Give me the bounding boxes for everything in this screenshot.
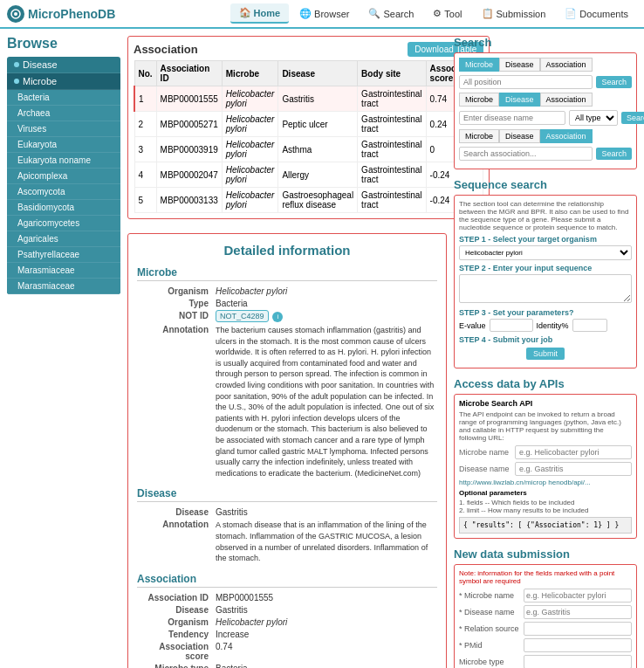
assoc-search-input[interactable] <box>459 147 593 161</box>
cell-microbe: Helicobacter pylori <box>222 162 278 188</box>
submission-title: New data submission <box>454 547 637 561</box>
sub-field-input[interactable] <box>524 622 632 636</box>
detailed-info-title: Detailed information <box>137 243 437 258</box>
search-tabs: Microbe Disease Association <box>459 58 632 72</box>
logo-icon <box>7 5 24 23</box>
table-row[interactable]: 3 MBP00003919 Helicobacter pylori Asthma… <box>134 137 483 162</box>
browse-item-microbe[interactable]: Microbe <box>7 73 120 90</box>
identity-input[interactable]: 90 <box>572 319 607 332</box>
microbe-dot <box>14 79 19 84</box>
submission-section: New data submission Note: information fo… <box>454 547 637 668</box>
assoc-tab-assoc[interactable]: Association <box>540 129 593 143</box>
browse-item-bacteria[interactable]: Bacteria <box>7 90 120 106</box>
browse-item-viruses[interactable]: Viruses <box>7 121 120 137</box>
nav-browser[interactable]: 🌐 Browser <box>291 3 358 24</box>
center-column: Association Download Table No. Associati… <box>127 36 447 668</box>
cell-no: 1 <box>134 86 156 112</box>
assoc-tab-microbe[interactable]: Microbe <box>459 129 499 143</box>
search-title: Search <box>454 36 637 49</box>
browse-item-eukaryota-noname[interactable]: Eukaryota noname <box>7 153 120 169</box>
seq-step2: STEP 2 - Enter your input sequence <box>459 264 632 305</box>
cell-assoc-id: MBP00003133 <box>156 188 222 213</box>
header: MicroPhenoDB 🏠 Home 🌐 Browser 🔍 Search ⚙… <box>0 0 644 29</box>
browse-item-apicomplexa[interactable]: Apicomplexa <box>7 169 120 184</box>
sub-field-input[interactable] <box>524 655 632 668</box>
info-icon[interactable]: i <box>272 312 283 322</box>
assoc-tab-disease[interactable]: Disease <box>499 129 540 143</box>
browse-item-agaricomycetes[interactable]: Agaricomycetes <box>7 216 120 231</box>
submission-field: * Disease name <box>459 605 632 619</box>
annotation-value: The bacterium causes stomach inflammatio… <box>216 325 437 479</box>
evalue-input[interactable]: 0.001 <box>490 319 533 332</box>
api-subtitle: Microbe Search API <box>459 399 632 408</box>
assoc-id-label: Association ID <box>137 593 216 603</box>
nav-tool[interactable]: ⚙ Tool <box>424 3 470 24</box>
disease-section: Disease Disease Gastritis Annotation A s… <box>137 487 437 563</box>
disease-tab-assoc[interactable]: Association <box>540 93 593 107</box>
search-button-2[interactable]: Search <box>621 112 644 124</box>
api-box: Microbe Search API The API endpoint can … <box>454 394 637 539</box>
nav-search[interactable]: 🔍 Search <box>360 3 422 24</box>
search-tab-assoc[interactable]: Association <box>540 58 593 72</box>
disease-tab-disease[interactable]: Disease <box>499 93 540 107</box>
browse-item-archaea[interactable]: Archaea <box>7 106 120 121</box>
seq-input[interactable] <box>459 274 632 303</box>
api-param1: 1. fields -- Which fields to be included <box>459 499 632 506</box>
api-param2: 2. limit -- How many results to be inclu… <box>459 506 632 514</box>
disease-tab-microbe[interactable]: Microbe <box>459 93 499 107</box>
browse-item-psathyrellaceae[interactable]: Psathyrellaceae <box>7 247 120 263</box>
cell-microbe: Helicobacter pylori <box>222 137 278 162</box>
notid-badge[interactable]: NOT_C4289 <box>216 310 269 322</box>
assoc-score-label: Association score <box>137 642 216 661</box>
search-microbe-input[interactable] <box>459 75 593 89</box>
disease-annot-value: A stomach disease that is an inflammatio… <box>216 520 437 563</box>
table-row[interactable]: 2 MBP00005271 Helicobacter pylori Peptic… <box>134 112 483 137</box>
nav-submission[interactable]: 📋 Submission <box>473 3 555 24</box>
svg-point-1 <box>14 12 17 16</box>
search-tab-microbe[interactable]: Microbe <box>459 58 499 72</box>
browse-list: Disease Microbe Bacteria Archaea Viruses… <box>7 57 120 294</box>
association-box: Association Download Table No. Associati… <box>127 36 490 219</box>
api-microbe-input[interactable] <box>515 445 632 459</box>
search-button-3[interactable]: Search <box>596 148 632 160</box>
seq-submit-button[interactable]: Submit <box>526 348 565 360</box>
nav-documents[interactable]: 📄 Documents <box>556 3 637 24</box>
microbe-type-value: Bacteria <box>216 664 437 668</box>
search-row-3: Search <box>459 147 632 161</box>
browse-item-agaricales[interactable]: Agaricales <box>7 231 120 247</box>
col-disease: Disease <box>278 61 358 86</box>
cell-no: 5 <box>134 188 156 213</box>
sub-field-label: * Relation source <box>459 624 520 633</box>
disease-name-input[interactable] <box>459 111 565 125</box>
type-select[interactable]: All type <box>569 110 618 126</box>
table-row[interactable]: 1 MBP00001555 Helicobacter pylori Gastri… <box>134 86 483 112</box>
cell-disease: Gastroesophageal reflux disease <box>278 188 358 213</box>
browse-column: Browse Disease Microbe Bacteria Archaea … <box>7 36 120 668</box>
cell-body-site: Gastrointestinal tract <box>358 112 426 137</box>
table-row[interactable]: 5 MBP00003133 Helicobacter pylori Gastro… <box>134 188 483 213</box>
seq-organism-select[interactable]: Helicobacter pylori All organisms <box>459 245 632 260</box>
seq-step4: STEP 4 - Submit your job Submit <box>459 335 632 360</box>
cell-no: 3 <box>134 137 156 162</box>
sub-field-input[interactable] <box>524 589 632 603</box>
cell-body-site: Gastrointestinal tract <box>358 188 426 213</box>
browse-item-marasmiaceae2[interactable]: Marasmiaceae <box>7 279 120 294</box>
sub-field-input[interactable] <box>524 605 632 619</box>
browse-item-eukaryota[interactable]: Eukaryota <box>7 137 120 153</box>
table-row[interactable]: 4 MBP00002047 Helicobacter pylori Allerg… <box>134 162 483 188</box>
browse-item-ascomycota[interactable]: Ascomycota <box>7 184 120 200</box>
browse-item-marasmiaceae1[interactable]: Marasmiaceae <box>7 263 120 279</box>
sub-field-input[interactable] <box>524 638 632 652</box>
browse-item-disease[interactable]: Disease <box>7 57 120 73</box>
nav-home[interactable]: 🏠 Home <box>230 3 290 24</box>
api-disease-input[interactable] <box>515 462 632 476</box>
not-id-value: NOT_C4289 i <box>216 311 437 322</box>
seq-search-box: The section tool can determine the relat… <box>454 195 637 368</box>
submission-field: * Relation source <box>459 622 632 636</box>
submission-box: Note: information for the fields marked … <box>454 564 637 668</box>
search-tab-disease[interactable]: Disease <box>499 58 540 72</box>
assoc-detail-title: Association <box>137 573 437 588</box>
api-microbe-label: Microbe name <box>459 448 511 457</box>
browse-item-basidiomycota[interactable]: Basidiomycota <box>7 200 120 216</box>
search-button-1[interactable]: Search <box>596 76 632 88</box>
